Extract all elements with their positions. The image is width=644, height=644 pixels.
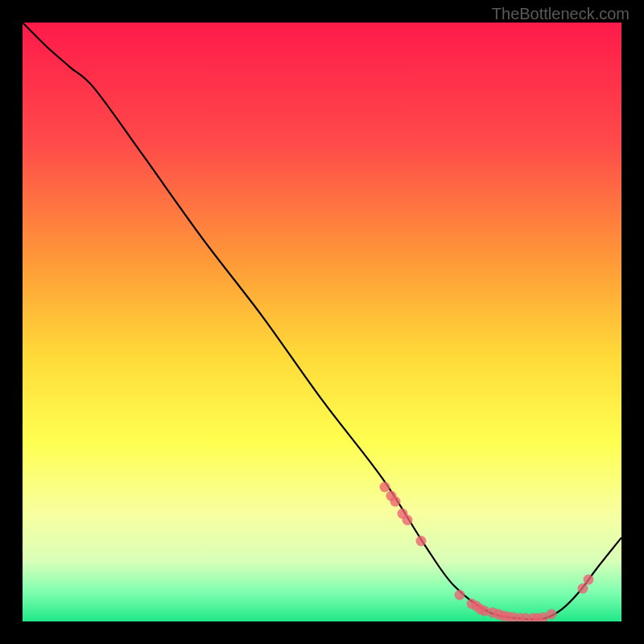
chart-marker (577, 584, 588, 594)
chart-plot-area (23, 23, 621, 621)
chart-marker (415, 535, 426, 546)
chart-marker (402, 514, 412, 525)
watermark-text: TheBottleneck.com (492, 5, 630, 23)
chart-marker (455, 589, 465, 600)
chart-marker (390, 497, 400, 507)
chart-marker (584, 574, 594, 584)
chart-marker (546, 609, 556, 620)
chart-markers-layer (23, 23, 621, 621)
